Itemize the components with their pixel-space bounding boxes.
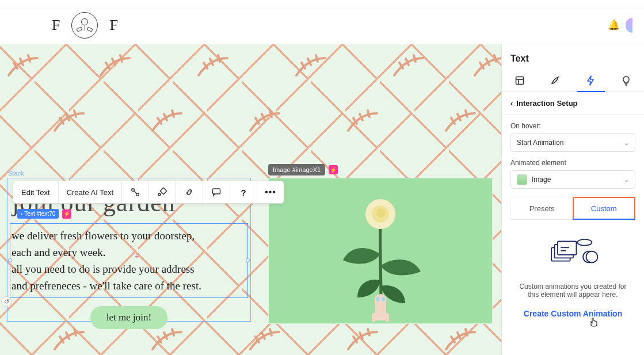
on-hover-select[interactable]: Start Animation ⌄ [510,133,635,152]
chevron-down-icon: ⌄ [624,139,629,147]
svg-rect-10 [516,77,523,85]
help-icon[interactable]: ? [230,181,257,203]
scroll-effects-icon[interactable] [149,181,176,203]
selected-text-block[interactable]: we deliver fresh flowers to your doorste… [10,223,248,298]
tab-tips-icon[interactable] [608,70,644,91]
svg-point-1 [136,193,139,196]
rotate-handle-icon[interactable]: ↺ [1,296,12,307]
interaction-bolt-icon[interactable]: ⚡ [62,209,71,219]
svg-rect-16 [558,242,576,255]
canvas-image[interactable] [268,178,493,324]
chevron-down-icon: ⌄ [624,176,629,184]
flower-image-icon [331,185,429,323]
animated-element-value: Image [532,175,551,184]
resize-handle-left[interactable] [8,258,12,262]
animations-icon[interactable] [122,181,149,203]
animated-element-label: Animated element [510,159,635,167]
panel-title: Text [502,44,644,70]
inspector-panel: Text ‹ Interaction Setup On hover: Start… [501,44,644,355]
create-ai-text-button[interactable]: Create AI Text [59,181,122,203]
notification-bell-icon[interactable]: 🔔 [608,19,620,31]
text-caret-icon: + [135,248,139,265]
svg-point-0 [132,189,135,192]
text-line: all you need to do is provide your addre… [12,261,246,277]
site-logo: F F [52,12,118,39]
edit-text-button[interactable]: Edit Text [13,181,59,203]
interaction-bolt-icon[interactable]: ⚡ [329,165,338,174]
element-stack-label[interactable]: Stack [8,170,24,177]
svg-rect-4 [213,189,220,194]
preset-custom-tabs: Presets Custom [510,197,635,220]
comment-icon[interactable] [203,181,230,203]
svg-point-8 [376,297,379,301]
selected-element-pill[interactable]: ‹Text #text70 ⚡ [17,209,71,219]
avatar[interactable] [626,18,632,33]
site-header: F F 🔔 [0,6,644,44]
image-element-id: Image #imageX1 [268,164,325,175]
top-divider [0,0,644,6]
tab-presets[interactable]: Presets [511,197,573,219]
text-line: we deliver fresh flowers to your doorste… [12,227,246,244]
svg-point-3 [158,193,161,196]
on-hover-label: On hover: [510,122,635,130]
empty-state-text: Custom animations you created for [513,283,632,291]
empty-state-text: this element will appear here. [513,291,632,299]
tab-design-icon[interactable] [538,70,573,91]
editor-canvas[interactable]: Stack join our garden we deliver fresh f… [0,44,501,355]
tab-layout-icon[interactable] [502,70,538,91]
svg-point-13 [577,239,592,246]
chevron-left-icon: ‹ [21,211,22,217]
selected-element-id: Text #text70 [24,211,55,217]
svg-rect-2 [160,188,166,194]
custom-animations-empty: Custom animations you created for this e… [502,220,644,337]
cta-button[interactable]: let me join! [90,306,167,329]
more-icon[interactable]: ••• [257,181,284,203]
text-line: each and every week. [12,244,246,261]
logo-badge [71,12,98,39]
on-hover-value: Start Animation [517,139,563,147]
svg-rect-6 [372,313,375,322]
tab-custom[interactable]: Custom [573,197,635,219]
link-icon[interactable] [176,181,203,203]
chevron-left-icon: ‹ [510,99,513,108]
back-to-interactions[interactable]: ‹ Interaction Setup [502,92,644,115]
element-thumb-icon [517,174,527,185]
floating-toolbar: Edit Text Create AI Text ? ••• [13,181,284,204]
panel-tabs [502,70,644,92]
logo-letter-right: F [109,17,117,34]
svg-rect-7 [386,313,389,322]
empty-state-illustration-icon [547,236,599,273]
resize-handle-right[interactable] [246,258,250,262]
cursor-pointer-icon [534,317,644,330]
svg-point-9 [382,297,385,301]
text-line: and prefreneces - we'll take care of the… [12,277,246,294]
tab-interactions-icon[interactable] [573,70,609,91]
svg-point-20 [586,251,597,263]
animated-element-select[interactable]: Image ⌄ [510,170,635,189]
logo-letter-left: F [52,17,60,34]
image-element-pill[interactable]: Image #imageX1 ⚡ [268,164,338,175]
back-label: Interaction Setup [516,99,577,108]
